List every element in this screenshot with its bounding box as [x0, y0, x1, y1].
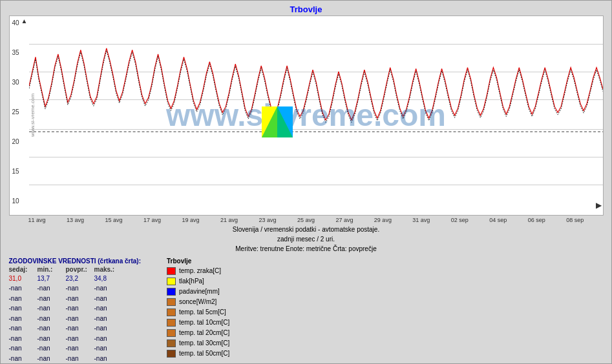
cell-min: -nan [37, 323, 62, 334]
legend-color-swatch [167, 288, 176, 296]
table-row: 31,013,723,234,8 [9, 274, 141, 284]
legend-param-label: temp. tal 20cm[C] [179, 328, 229, 338]
cell-sedaj: -nan [9, 343, 34, 354]
table-row: -nan-nan-nan-nan [9, 354, 141, 364]
page-title: Trbovlje [290, 5, 322, 14]
legend-param-label: temp. tal 10cm[C] [179, 318, 229, 328]
x-axis-arrow: ▶ [596, 201, 602, 210]
legend-color-swatch [167, 298, 176, 306]
x-label-8: 27 avg [335, 217, 353, 223]
table-row: -nan-nan-nan-nan [9, 334, 141, 344]
y-label-25: 25 [12, 108, 19, 116]
cell-sedaj: -nan [9, 334, 34, 344]
cell-povpr: 23,2 [66, 274, 90, 284]
legend-item: padavine[mm] [167, 287, 229, 297]
x-label-2: 15 avg [105, 217, 122, 223]
chart-area: www.si-vreme.com 40 35 30 25 20 15 10 [9, 15, 604, 216]
legend-item: temp. tal 50cm[C] [167, 349, 229, 359]
legend-param-label: temp. tal 5cm[C] [179, 307, 226, 318]
cell-maks: -nan [94, 334, 119, 344]
legend-item: temp. tal 30cm[C] [167, 338, 229, 349]
cell-min: -nan [37, 294, 62, 304]
col-min: min.: [37, 266, 62, 273]
legend-item: tlak[hPa] [167, 276, 229, 287]
chart-svg [29, 16, 603, 215]
x-label-10: 31 avg [412, 217, 430, 223]
cell-povpr: -nan [66, 354, 90, 364]
cell-maks: -nan [94, 294, 119, 304]
x-label-4: 19 avg [182, 217, 199, 223]
x-label-3: 17 avg [143, 217, 161, 223]
legend-param-label: temp. tal 30cm[C] [179, 338, 229, 349]
cell-maks: -nan [94, 343, 119, 354]
legend-param-label: sonce[W/m2] [179, 297, 216, 307]
col-maks: maks.: [94, 266, 119, 273]
cell-maks: -nan [94, 354, 119, 364]
legend-item: temp. tal 10cm[C] [167, 318, 229, 328]
legend-param-label: tlak[hPa] [179, 276, 204, 287]
right-legend: Trbovljetemp. zraka[C]tlak[hPa]padavine[… [167, 258, 229, 359]
x-label-7: 25 avg [297, 217, 315, 223]
cell-povpr: -nan [66, 303, 90, 314]
legend-item: sonce[W/m2] [167, 297, 229, 307]
legend-title: Trbovlje [167, 258, 229, 265]
table-header: ZGODOVINSKE VREDNOSTI (črtkana črta): [9, 258, 141, 265]
legend-color-swatch [167, 308, 176, 316]
cell-sedaj: -nan [9, 354, 34, 364]
side-label: www.si-vreme.com [30, 94, 36, 137]
cell-povpr: -nan [66, 343, 90, 354]
y-label-30: 30 [12, 79, 19, 86]
col-sedaj: sedaj: [9, 266, 34, 273]
x-label-14: 08 sep [566, 217, 584, 223]
cell-povpr: -nan [66, 334, 90, 344]
legend-param-label: temp. tal 50cm[C] [179, 349, 229, 359]
legend-color-swatch [167, 350, 176, 358]
cell-maks: -nan [94, 314, 119, 324]
cell-sedaj: -nan [9, 283, 34, 294]
legend-color-swatch [167, 329, 176, 337]
cell-povpr: -nan [66, 314, 90, 324]
cell-sedaj: -nan [9, 323, 34, 334]
y-label-35: 35 [12, 49, 19, 56]
y-label-20: 20 [12, 138, 19, 145]
cell-min: -nan [37, 334, 62, 344]
x-label-11: 02 sep [451, 217, 469, 223]
legend-color-swatch [167, 278, 176, 285]
cell-sedaj: -nan [9, 303, 34, 314]
x-label-12: 04 sep [489, 217, 507, 223]
data-table: ZGODOVINSKE VREDNOSTI (črtkana črta): se… [9, 258, 141, 364]
x-label-1: 13 avg [67, 217, 84, 223]
cell-min: -nan [37, 343, 62, 354]
cell-maks: 34,8 [94, 274, 119, 284]
bottom-section: ZGODOVINSKE VREDNOSTI (črtkana črta): se… [9, 258, 604, 364]
table-row: -nan-nan-nan-nan [9, 283, 141, 294]
x-label-0: 11 avg [28, 217, 46, 223]
cell-sedaj: 31,0 [9, 274, 34, 284]
x-label-6: 23 avg [259, 217, 276, 223]
legend-item: temp. zraka[C] [167, 266, 229, 276]
table-row: -nan-nan-nan-nan [9, 294, 141, 304]
cell-maks: -nan [94, 303, 119, 314]
si-vreme-logo [262, 106, 293, 137]
cell-min: -nan [37, 314, 62, 324]
x-axis-labels: 11 avg 13 avg 15 avg 17 avg 19 avg 21 av… [9, 216, 604, 223]
col-povpr: povpr.: [66, 266, 90, 273]
table-row: -nan-nan-nan-nan [9, 303, 141, 314]
table-row: -nan-nan-nan-nan [9, 323, 141, 334]
x-label-5: 21 avg [220, 217, 238, 223]
legend-color-swatch [167, 267, 176, 275]
x-label-9: 29 avg [374, 217, 392, 223]
legend-param-label: temp. zraka[C] [179, 266, 221, 276]
cell-povpr: -nan [66, 283, 90, 294]
cell-povpr: -nan [66, 294, 90, 304]
cell-maks: -nan [94, 283, 119, 294]
legend-param-label: padavine[mm] [179, 287, 220, 297]
cell-sedaj: -nan [9, 294, 34, 304]
cell-min: 13,7 [37, 274, 62, 284]
x-label-13: 06 sep [528, 217, 545, 223]
table-row: -nan-nan-nan-nan [9, 314, 141, 324]
legend-color-swatch [167, 339, 176, 347]
cell-sedaj: -nan [9, 314, 34, 324]
legend-color-swatch [167, 319, 176, 327]
cell-min: -nan [37, 303, 62, 314]
